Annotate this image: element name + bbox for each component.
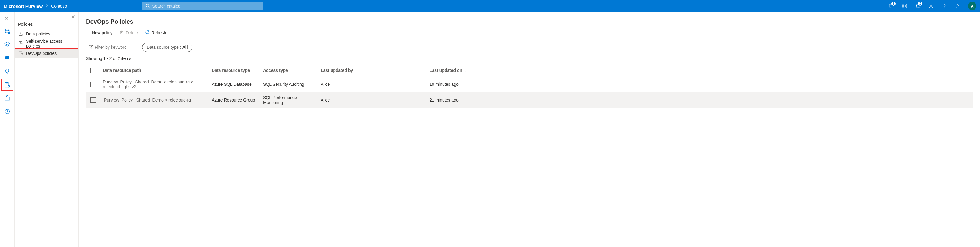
policy-icon <box>18 31 24 37</box>
select-all-checkbox[interactable] <box>91 67 96 73</box>
path-segment[interactable]: relecloud-rg <box>169 98 191 103</box>
svg-line-20 <box>7 112 8 112</box>
cell-updated-by: Alice <box>318 92 427 108</box>
cell-access: SQL Performance Monitoring <box>261 92 318 108</box>
cell-path[interactable]: Purview_Policy _Shared_Demo>relecloud-rg <box>100 92 209 108</box>
grid-icon[interactable] <box>899 1 910 11</box>
svg-point-7 <box>944 8 945 8</box>
toolbar: New policy Delete Refresh <box>86 30 973 38</box>
chevron-right-icon <box>46 4 48 8</box>
help-icon[interactable] <box>939 1 950 11</box>
cell-type: Azure SQL Database <box>209 76 261 93</box>
refresh-icon <box>145 30 150 35</box>
chevron-right-icon: > <box>191 79 193 84</box>
search-input[interactable] <box>152 4 261 8</box>
cell-path[interactable]: Purview_Policy _Shared_Demo>relecloud-rg… <box>100 76 209 93</box>
filter-icon <box>89 45 93 50</box>
rail-item-management[interactable] <box>1 106 13 117</box>
column-header-updated-on[interactable]: Last updated on ↓ <box>427 64 973 76</box>
svg-rect-4 <box>902 6 904 8</box>
policies-table: Data resource path Data resource type Ac… <box>86 64 973 108</box>
svg-rect-3 <box>905 4 907 5</box>
policy-icon <box>18 41 24 47</box>
search-icon <box>145 4 152 9</box>
column-header-updated-by[interactable]: Last updated by <box>318 64 427 76</box>
tenant-name[interactable]: Contoso <box>51 4 67 8</box>
svg-rect-5 <box>905 6 907 8</box>
row-checkbox[interactable] <box>91 82 96 87</box>
filter-keyword[interactable] <box>86 43 137 52</box>
svg-point-8 <box>957 5 958 6</box>
app-header: Microsoft Purview Contoso 1 2 <box>0 0 980 12</box>
header-actions: 1 2 A <box>886 1 976 11</box>
filters-row: Data source type : All <box>86 43 973 52</box>
table-row[interactable]: Purview_Policy _Shared_Demo>relecloud-rg… <box>86 92 973 108</box>
row-checkbox[interactable] <box>91 97 96 103</box>
expand-rail-icon[interactable] <box>2 14 12 22</box>
chat-icon[interactable]: 1 <box>886 1 897 11</box>
plus-icon <box>86 30 90 35</box>
feedback-icon[interactable] <box>952 1 963 11</box>
refresh-button[interactable]: Refresh <box>145 30 166 35</box>
rail-item-data[interactable] <box>1 26 13 38</box>
delete-button: Delete <box>120 30 138 35</box>
path-segment: Purview_Policy _Shared_Demo <box>103 79 162 84</box>
sort-descending-icon: ↓ <box>465 69 466 72</box>
column-checkbox[interactable] <box>86 64 100 76</box>
rail-item-map[interactable] <box>1 39 13 51</box>
left-rail <box>0 12 14 247</box>
new-policy-button[interactable]: New policy <box>86 30 113 35</box>
cell-updated-by: Alice <box>318 76 427 93</box>
column-header-type[interactable]: Data resource type <box>209 64 261 76</box>
panel-item-label: Self-service access policies <box>26 39 75 48</box>
cell-updated-on: 19 minutes ago <box>427 76 973 93</box>
filter-source-type[interactable]: Data source type : All <box>142 43 192 52</box>
policies-panel: Policies Data policies Self-service acce… <box>14 12 79 247</box>
panel-item-devops-policies[interactable]: DevOps policies <box>14 48 78 58</box>
path-segment: relecloud-rg <box>167 79 190 84</box>
path-segment[interactable]: Purview_Policy _Shared_Demo <box>104 98 164 103</box>
svg-point-0 <box>146 4 149 6</box>
trash-icon <box>120 30 124 35</box>
panel-title: Policies <box>14 22 78 29</box>
panel-item-data-policies[interactable]: Data policies <box>14 29 78 39</box>
rail-item-policies[interactable] <box>1 79 13 91</box>
bell-icon[interactable]: 2 <box>912 1 923 11</box>
table-row[interactable]: Purview_Policy _Shared_Demo>relecloud-rg… <box>86 76 973 93</box>
main-content: DevOps Policies New policy Delete Refres… <box>79 12 980 247</box>
result-count: Showing 1 - 2 of 2 items. <box>86 56 973 61</box>
svg-point-9 <box>5 29 9 31</box>
svg-rect-35 <box>121 31 123 34</box>
chat-badge: 1 <box>891 2 896 6</box>
filter-keyword-input[interactable] <box>95 45 135 50</box>
svg-line-1 <box>148 6 150 8</box>
panel-item-self-service[interactable]: Self-service access policies <box>14 39 78 48</box>
row-checkbox-cell[interactable] <box>86 76 100 93</box>
row-checkbox-cell[interactable] <box>86 92 100 108</box>
search-catalog[interactable] <box>142 2 263 10</box>
cell-access: SQL Security Auditing <box>261 76 318 93</box>
gear-icon[interactable] <box>926 1 937 11</box>
collapse-panel-icon[interactable] <box>68 13 77 21</box>
cell-type: Azure Resource Group <box>209 92 261 108</box>
rail-item-workflow[interactable] <box>1 92 13 104</box>
avatar[interactable]: A <box>968 2 976 10</box>
page-title: DevOps Policies <box>86 18 973 25</box>
rail-item-insights[interactable] <box>1 66 13 78</box>
chevron-right-icon: > <box>165 98 167 103</box>
column-header-access[interactable]: Access type <box>261 64 318 76</box>
svg-point-6 <box>930 5 932 6</box>
chevron-right-icon: > <box>164 79 166 84</box>
path-segment: relecloud-sql-srv2 <box>103 84 136 89</box>
column-header-path[interactable]: Data resource path <box>100 64 209 76</box>
notify-badge: 2 <box>918 2 922 6</box>
policy-icon <box>18 50 24 57</box>
panel-item-label: DevOps policies <box>26 51 57 56</box>
svg-rect-17 <box>5 97 10 100</box>
cell-updated-on: 21 minutes ago <box>427 92 973 108</box>
svg-rect-2 <box>902 4 904 5</box>
product-name: Microsoft Purview <box>4 4 43 9</box>
rail-item-sources[interactable] <box>1 52 13 64</box>
svg-point-10 <box>8 32 10 34</box>
panel-item-label: Data policies <box>26 32 50 36</box>
